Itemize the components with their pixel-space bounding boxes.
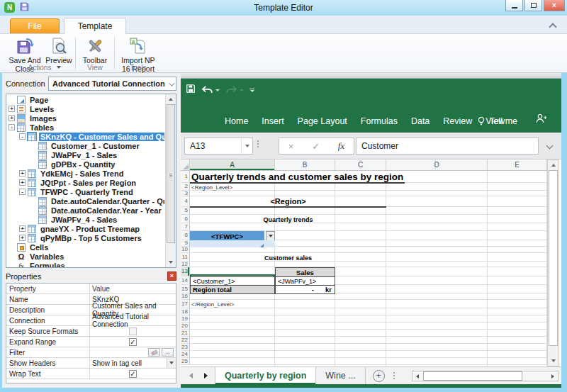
confirm-entry-icon[interactable]: ✓ bbox=[312, 141, 320, 152]
expand-icon[interactable]: + bbox=[9, 115, 15, 121]
maximize-button[interactable] bbox=[524, 0, 542, 11]
row-header-18[interactable]: 18 bbox=[181, 308, 190, 315]
row-header-1[interactable]: 1 bbox=[181, 171, 190, 182]
property-value[interactable] bbox=[90, 326, 176, 336]
formula-bar-splitter[interactable] bbox=[257, 140, 259, 147]
grid-cell[interactable]: <Region> bbox=[190, 196, 386, 208]
property-value[interactable]: Show in tag cell bbox=[90, 358, 176, 368]
tfwpc-tag-cell[interactable]: <TFWPC> bbox=[190, 231, 264, 241]
row-header-2[interactable]: 2 bbox=[181, 183, 190, 190]
property-value[interactable]: ✓ bbox=[90, 337, 176, 347]
tree-item[interactable]: +Images bbox=[6, 113, 164, 123]
select-all-corner[interactable] bbox=[181, 159, 190, 170]
scroll-left-icon[interactable] bbox=[412, 371, 422, 381]
scroll-right-icon[interactable] bbox=[548, 371, 558, 381]
checkbox-unchecked-icon[interactable] bbox=[129, 327, 137, 335]
tab-bar-splitter[interactable] bbox=[393, 372, 395, 379]
grid-cell[interactable]: Quarterly trends and customer sales by r… bbox=[190, 171, 405, 184]
new-sheet-button[interactable]: + bbox=[373, 370, 385, 382]
tree-item[interactable]: -SKnzKQ - Customer Sales and Quantity bbox=[6, 132, 164, 141]
minimize-button[interactable] bbox=[505, 0, 523, 11]
grid-cell[interactable]: <TFWPC> bbox=[190, 231, 275, 241]
row-header-10[interactable]: 10 bbox=[181, 247, 190, 252]
spreadsheet-grid[interactable]: 1234567891011121314151617181920212223242… bbox=[181, 171, 547, 366]
expand-icon[interactable]: + bbox=[19, 170, 26, 177]
row-header-15[interactable]: 15 bbox=[181, 285, 190, 293]
previous-sheet-icon[interactable] bbox=[189, 373, 193, 379]
tree-item[interactable]: +qPyMBp - Top 5 Customers bbox=[6, 233, 164, 242]
excel-menu-review[interactable]: Review bbox=[443, 116, 472, 126]
excel-menu-data[interactable]: Data bbox=[411, 116, 430, 126]
tfwpc-dropdown-icon[interactable] bbox=[266, 231, 275, 241]
cancel-entry-icon[interactable]: × bbox=[288, 141, 294, 152]
column-header-d[interactable]: D bbox=[386, 159, 488, 170]
panel-splitter[interactable] bbox=[181, 73, 561, 79]
row-header-13[interactable]: 13 bbox=[181, 267, 190, 276]
row-header-19[interactable]: 19 bbox=[181, 315, 190, 322]
property-value[interactable]: Advanced Tutorial Connection bbox=[90, 315, 176, 325]
tree-item[interactable]: ΩVariables bbox=[6, 252, 164, 261]
row-header-9[interactable]: 9 bbox=[181, 240, 190, 246]
tree-scrollbar-thumb[interactable] bbox=[167, 104, 175, 243]
row-header-17[interactable]: 17 bbox=[181, 300, 190, 308]
grid-cell[interactable]: -kr bbox=[275, 285, 335, 294]
row-header-3[interactable]: 3 bbox=[181, 191, 190, 196]
insert-function-icon[interactable]: fx bbox=[338, 140, 344, 152]
tree-item[interactable]: Customer_1 - Customer bbox=[6, 141, 164, 150]
column-header-b[interactable]: B bbox=[275, 159, 335, 170]
tab-template[interactable]: Template bbox=[64, 18, 126, 34]
vertical-scrollbar-thumb[interactable] bbox=[549, 170, 558, 346]
horizontal-scrollbar[interactable] bbox=[412, 371, 558, 381]
row-header-16[interactable]: 16 bbox=[181, 293, 190, 299]
next-sheet-icon[interactable] bbox=[204, 373, 208, 379]
property-value[interactable]: ... bbox=[90, 347, 176, 357]
excel-menu-insert[interactable]: Insert bbox=[262, 116, 284, 126]
scroll-down-icon[interactable] bbox=[548, 356, 558, 366]
column-header-e[interactable]: E bbox=[488, 159, 547, 170]
tree-item[interactable]: +JQtPpt - Sales per Region bbox=[6, 178, 164, 187]
vertical-scrollbar[interactable] bbox=[547, 159, 559, 366]
name-box[interactable]: A13 bbox=[184, 138, 253, 155]
tree-item[interactable]: Date.autoCalendar.Year - Year bbox=[6, 206, 164, 215]
row-header-20[interactable]: 20 bbox=[181, 323, 190, 329]
row-header-25[interactable]: 25 bbox=[181, 358, 190, 364]
grid-cell[interactable] bbox=[190, 240, 275, 247]
row-header-12[interactable]: 12 bbox=[181, 262, 190, 267]
excel-save-icon[interactable] bbox=[186, 84, 196, 96]
tree-item[interactable]: JWaPFv_1 - Sales bbox=[6, 150, 164, 159]
tree-item[interactable]: +YdkEMcj - Sales Trend bbox=[6, 169, 164, 178]
grid-cell[interactable]: Region total bbox=[190, 285, 275, 294]
row-header-21[interactable]: 21 bbox=[181, 330, 190, 336]
connection-dropdown[interactable]: Advanced Tutorial Connection bbox=[48, 77, 176, 91]
row-header-24[interactable]: 24 bbox=[181, 351, 190, 357]
undo-dropdown-icon[interactable] bbox=[215, 89, 220, 91]
undo-button[interactable] bbox=[201, 86, 220, 95]
formula-input[interactable]: Customer bbox=[356, 138, 539, 155]
scroll-up-icon[interactable] bbox=[548, 160, 558, 170]
filter-clear-button[interactable] bbox=[148, 348, 160, 357]
row-header-22[interactable]: 22 bbox=[181, 337, 190, 343]
row-header-8[interactable]: 8 bbox=[181, 231, 190, 240]
show-headers-dropdown-icon[interactable] bbox=[167, 358, 176, 368]
toolbar-button[interactable]: Toolbar bbox=[79, 36, 111, 65]
name-box-dropdown-icon[interactable] bbox=[241, 138, 252, 154]
expand-icon[interactable]: + bbox=[19, 225, 26, 232]
tree-item[interactable]: -TFWPC - Quarterly Trend bbox=[6, 187, 164, 196]
tree-item[interactable]: +Levels bbox=[6, 104, 164, 113]
collapse-icon[interactable]: - bbox=[9, 124, 15, 130]
tree-item[interactable]: -Tables bbox=[6, 123, 164, 132]
grid-cell[interactable]: Sales bbox=[275, 267, 335, 277]
customize-qat-icon[interactable] bbox=[249, 89, 254, 92]
collapse-icon[interactable]: - bbox=[19, 133, 26, 140]
scroll-up-icon[interactable] bbox=[166, 94, 176, 104]
collapse-ribbon-icon[interactable] bbox=[550, 22, 556, 28]
grid-cell[interactable]: </Region_Level> bbox=[190, 300, 275, 309]
tree-item[interactable]: gDPBx - Quantity bbox=[6, 159, 164, 169]
quick-save-icon[interactable] bbox=[20, 2, 29, 13]
expand-formula-bar-icon[interactable] bbox=[546, 142, 554, 150]
excel-menu-home[interactable]: Home bbox=[225, 116, 248, 126]
tree-item[interactable]: +gnaeYX - Product Treemap bbox=[6, 224, 164, 233]
row-header-11[interactable]: 11 bbox=[181, 253, 190, 261]
row-header-5[interactable]: 5 bbox=[181, 207, 190, 214]
tree-item[interactable]: Date.autoCalendar.Quarter - Quarter bbox=[6, 196, 164, 206]
